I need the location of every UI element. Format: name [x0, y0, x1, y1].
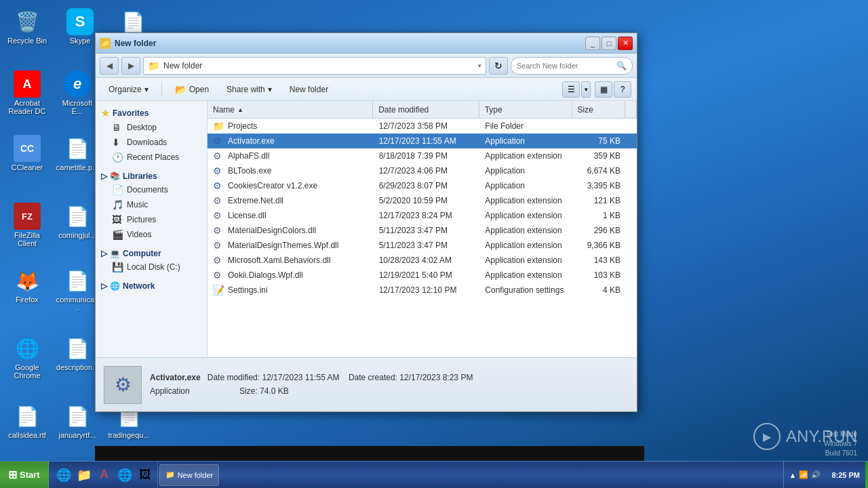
col-header-size[interactable]: Size	[572, 101, 625, 118]
libraries-header[interactable]: ▷ 📚 Libraries	[96, 170, 207, 182]
view-dropdown-button[interactable]: ▾	[581, 81, 591, 98]
edge-icon: e	[64, 70, 91, 98]
sidebar: ★ Favorites 🖥 Desktop ⬇ Downloads 🕐 Rece…	[96, 101, 208, 357]
taskbar: ⊞ Start 🌐 📁 A 🌐 🖼 📁 New folder ▲ 📶 🔊 8:2…	[0, 461, 868, 488]
sidebar-item-recent[interactable]: 🕐 Recent Places	[96, 150, 207, 165]
table-row[interactable]: ⚙ Microsoft.Xaml.Behaviors.dll 10/28/202…	[208, 253, 637, 268]
computer-header[interactable]: ▷ 💻 Computer	[96, 247, 207, 260]
sidebar-item-downloads[interactable]: ⬇ Downloads	[96, 135, 207, 150]
table-row[interactable]: ⚙ Ookii.Dialogs.Wpf.dll 12/19/2021 5:40 …	[208, 268, 637, 283]
table-row[interactable]: ⚙ Activator.exe 12/17/2023 11:55 AM Appl…	[208, 134, 637, 148]
new-folder-button[interactable]: New folder	[282, 81, 336, 98]
col-header-type[interactable]: Type	[479, 101, 572, 118]
taskbar-explorer-item[interactable]: 📁 New folder	[159, 464, 220, 486]
desktop-icon-firefox[interactable]: 🦊 Firefox	[3, 264, 52, 306]
back-button[interactable]: ◀	[100, 57, 119, 75]
quick-launch: 🌐 📁 A 🌐 🖼	[52, 462, 158, 488]
sidebar-item-documents[interactable]: 📄 Documents	[96, 182, 207, 197]
file-date-cell: 6/29/2023 8:07 PM	[374, 178, 480, 193]
network-icon: 🌐	[110, 281, 120, 291]
window-title: New folder	[115, 39, 585, 48]
table-row[interactable]: ⚙ CookiesCreator v1.2.exe 6/29/2023 8:07…	[208, 178, 637, 193]
file-type-cell: Application extension	[479, 223, 572, 238]
tray-arrow-icon[interactable]: ▲	[789, 471, 797, 479]
desktop-icon-recycle-bin[interactable]: 🗑️ Recycle Bin	[3, 5, 52, 47]
file-date-cell: 8/18/2018 7:39 PM	[374, 148, 480, 163]
network-header[interactable]: ▷ 🌐 Network	[96, 280, 207, 292]
search-input[interactable]	[517, 62, 614, 70]
table-row[interactable]: ⚙ MaterialDesignColors.dll 5/11/2023 3:4…	[208, 223, 637, 238]
address-dropdown-icon[interactable]: ▾	[478, 62, 481, 69]
file-icon: 📝	[213, 285, 225, 296]
forward-button[interactable]: ▶	[121, 57, 140, 75]
file-extra-cell	[626, 238, 637, 253]
word-icon: 📄	[119, 8, 146, 35]
table-row[interactable]: ⚙ Extreme.Net.dll 5/2/2020 10:59 PM Appl…	[208, 193, 637, 208]
organize-button[interactable]: Organize ▾	[101, 81, 156, 98]
file-type-cell: Application extension	[479, 268, 572, 283]
libraries-expand-icon: ▷	[101, 171, 107, 181]
col-header-name[interactable]: Name ▲	[208, 101, 373, 118]
sidebar-item-pictures[interactable]: 🖼 Pictures	[96, 212, 207, 227]
minimize-button[interactable]: _	[585, 37, 600, 50]
search-icon: 🔍	[616, 61, 627, 70]
file-size-cell: 296 KB	[572, 223, 626, 238]
address-bar[interactable]: 📁 New folder ▾	[143, 57, 486, 75]
file-extra-cell	[626, 134, 637, 148]
status-info: Activator.exe Date modified: 12/17/2023 …	[150, 371, 629, 397]
file-date-cell: 12/7/2023 4:06 PM	[374, 163, 480, 178]
desktop-icon-ccleaner[interactable]: CC CCleaner	[3, 132, 52, 174]
description-label: description...	[56, 363, 98, 371]
table-row[interactable]: ⚙ License.dll 12/17/2023 8:24 PM Applica…	[208, 208, 637, 223]
file-name-cell: 📁 Projects	[208, 119, 374, 134]
close-button[interactable]: ✕	[618, 37, 633, 50]
sidebar-item-music[interactable]: 🎵 Music	[96, 197, 207, 212]
taskbar-chrome-icon[interactable]: 🌐	[115, 466, 134, 485]
help-button[interactable]: ?	[614, 81, 631, 98]
desktop-icon-chrome[interactable]: 🌐 Google Chrome	[3, 332, 52, 382]
taskbar-item-icon: 📁	[165, 470, 175, 479]
file-size-cell: 6,674 KB	[572, 163, 626, 178]
sidebar-item-videos[interactable]: 🎬 Videos	[96, 227, 207, 242]
sort-icon: ▲	[237, 106, 243, 113]
sidebar-item-local-disk[interactable]: 💾 Local Disk (C:)	[96, 260, 207, 274]
desktop-icon-filezilla[interactable]: FZ FileZilla Client	[3, 200, 52, 250]
table-row[interactable]: 📝 Settings.ini 12/17/2023 12:10 PM Confi…	[208, 283, 637, 298]
file-icon: ⚙	[213, 210, 225, 221]
sidebar-item-desktop[interactable]: 🖥 Desktop	[96, 120, 207, 135]
desktop-icon-acrobat[interactable]: A Acrobat Reader DC	[3, 68, 52, 118]
desktop-icon-callsidea[interactable]: 📄 callsidea.rtf	[3, 400, 52, 442]
taskbar-clock[interactable]: 8:25 PM	[826, 471, 865, 479]
table-row[interactable]: 📁 Projects 12/7/2023 3:58 PM File Folder	[208, 119, 637, 134]
show-desktop-button[interactable]	[865, 462, 868, 488]
main-content: ★ Favorites 🖥 Desktop ⬇ Downloads 🕐 Rece…	[96, 101, 637, 357]
share-with-button[interactable]: Share with ▾	[219, 81, 279, 98]
search-bar[interactable]: 🔍	[511, 57, 633, 75]
favorites-header[interactable]: ★ Favorites	[96, 106, 207, 120]
start-button[interactable]: ⊞ Start	[0, 462, 49, 488]
window-controls: _ □ ✕	[585, 37, 633, 50]
file-icon: ⚙	[213, 270, 225, 281]
view-list-button[interactable]: ☰	[562, 81, 580, 98]
open-button[interactable]: 📂 Open	[167, 81, 216, 98]
taskbar-acrobat-icon[interactable]: A	[95, 466, 114, 485]
file-size-cell	[572, 119, 626, 134]
view-controls: ☰ ▾ ▦ ?	[562, 81, 631, 98]
table-row[interactable]: ⚙ MaterialDesignThemes.Wpf.dll 5/11/2023…	[208, 238, 637, 253]
file-extra-cell	[626, 283, 637, 298]
status-type-line: Application Size: 74.0 KB	[150, 385, 629, 398]
taskbar-folder-icon[interactable]: 📁	[75, 466, 94, 485]
preview-pane-button[interactable]: ▦	[595, 81, 612, 98]
table-row[interactable]: ⚙ BLTools.exe 12/7/2023 4:06 PM Applicat…	[208, 163, 637, 178]
maximize-button[interactable]: □	[601, 37, 616, 50]
file-type-cell: Application	[479, 163, 572, 178]
music-icon: 🎵	[112, 199, 124, 210]
col-header-date[interactable]: Date modified	[373, 101, 479, 118]
communicat-icon: 📄	[64, 267, 91, 294]
taskbar-img-icon[interactable]: 🖼	[136, 466, 155, 485]
taskbar-ie-icon[interactable]: 🌐	[54, 466, 73, 485]
test-mode-watermark: Test Mode Windows 7 Build 7601	[824, 430, 857, 458]
refresh-button[interactable]: ↻	[489, 57, 508, 75]
table-row[interactable]: ⚙ AlphaFS.dll 8/18/2018 7:39 PM Applicat…	[208, 148, 637, 163]
downloads-icon: ⬇	[112, 137, 124, 148]
